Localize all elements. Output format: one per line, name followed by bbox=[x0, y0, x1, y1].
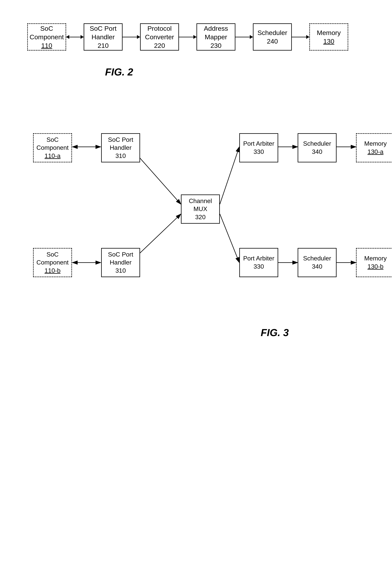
box-soc-port-handler-b: SoC Port Handler 310 bbox=[101, 248, 140, 277]
box-protocol-converter-line2: Converter bbox=[145, 33, 174, 41]
fig3-diagram: SoC Component 110-a SoC Port Handler 310… bbox=[27, 109, 377, 323]
arrow-right-1 bbox=[123, 37, 140, 37]
line2: 340 bbox=[312, 148, 322, 156]
line1: Channel bbox=[189, 197, 212, 205]
arrow-right-line-3 bbox=[235, 37, 253, 37]
box-address-mapper-line3: 230 bbox=[211, 41, 222, 50]
fig2-label: FIG. 2 bbox=[105, 66, 133, 78]
line2: Handler bbox=[110, 144, 131, 152]
arrow-bidi-1 bbox=[66, 37, 84, 37]
line3: 110-a bbox=[45, 152, 61, 160]
line1: Memory bbox=[364, 140, 387, 148]
box-soc-component-b: SoC Component 110-b bbox=[33, 248, 72, 277]
line2: 330 bbox=[253, 263, 264, 271]
line1: Memory bbox=[364, 254, 387, 263]
box-memory-130-line2: 130 bbox=[323, 37, 334, 46]
arrow-right-4 bbox=[292, 37, 309, 37]
box-port-arbiter-a: Port Arbiter 330 bbox=[239, 133, 278, 162]
box-scheduler-240-line2: 240 bbox=[267, 37, 278, 46]
line2: 130-a bbox=[367, 148, 383, 156]
box-protocol-converter-line3: 220 bbox=[154, 41, 165, 50]
fig3-section: SoC Component 110-a SoC Port Handler 310… bbox=[16, 101, 376, 338]
line3: 320 bbox=[195, 213, 205, 221]
box-memory-130: Memory 130 bbox=[309, 23, 348, 50]
line2: Component bbox=[36, 144, 68, 152]
line2: Component bbox=[36, 258, 68, 267]
box-soc-port-handler-line3: 210 bbox=[98, 41, 109, 50]
box-memory-130-line1: Memory bbox=[317, 28, 341, 37]
line1: Port Arbiter bbox=[243, 140, 274, 148]
box-soc-port-handler: SoC Port Handler 210 bbox=[84, 23, 123, 50]
arrow-right-line-4 bbox=[292, 37, 309, 37]
box-protocol-converter: Protocol Converter 220 bbox=[140, 23, 179, 50]
line3: 310 bbox=[115, 267, 126, 275]
box-scheduler-a: Scheduler 340 bbox=[298, 133, 337, 162]
box-soc-component-line3: 110 bbox=[41, 41, 52, 50]
line1: SoC Port bbox=[108, 251, 133, 259]
fig3-label: FIG. 3 bbox=[261, 327, 376, 338]
line1: Scheduler bbox=[303, 254, 331, 263]
arrow-right-line-2 bbox=[179, 37, 196, 37]
box-address-mapper-line1: Address bbox=[204, 24, 228, 33]
box-soc-component-a: SoC Component 110-a bbox=[33, 133, 72, 162]
fig2-diagram: SoC Component 110 SoC Port Handler 210 P… bbox=[27, 23, 348, 50]
box-soc-component-line1: SoC bbox=[40, 24, 53, 33]
line3: 110-b bbox=[45, 267, 61, 275]
arrow-right-line-1 bbox=[123, 37, 140, 37]
svg-line-7 bbox=[220, 214, 239, 263]
line2: MUX bbox=[193, 205, 207, 213]
box-protocol-converter-line1: Protocol bbox=[147, 24, 172, 33]
page-container: SoC Component 110 SoC Port Handler 210 P… bbox=[0, 0, 392, 572]
arrow-right-2 bbox=[179, 37, 196, 37]
box-soc-port-handler-line1: SoC Port bbox=[90, 24, 116, 33]
box-port-arbiter-b: Port Arbiter 330 bbox=[239, 248, 278, 277]
box-soc-component-line2: Component bbox=[30, 33, 64, 41]
box-memory-b: Memory 130-b bbox=[356, 248, 392, 277]
arrow-bidi-line-1 bbox=[66, 37, 84, 37]
line1: SoC bbox=[47, 251, 59, 259]
box-scheduler-240-line1: Scheduler bbox=[257, 28, 287, 37]
box-soc-component: SoC Component 110 bbox=[27, 23, 66, 50]
line1: Port Arbiter bbox=[243, 254, 274, 263]
line1: SoC Port bbox=[108, 136, 133, 144]
line2: 330 bbox=[253, 148, 264, 156]
box-soc-port-handler-a: SoC Port Handler 310 bbox=[101, 133, 140, 162]
line2: Handler bbox=[110, 258, 131, 267]
box-memory-a: Memory 130-a bbox=[356, 133, 392, 162]
line1: Scheduler bbox=[303, 140, 331, 148]
arrow-right-3 bbox=[235, 37, 253, 37]
line2: 130-b bbox=[367, 263, 383, 271]
svg-line-6 bbox=[220, 147, 239, 204]
box-scheduler-b: Scheduler 340 bbox=[298, 248, 337, 277]
box-channel-mux: Channel MUX 320 bbox=[181, 194, 220, 224]
fig2-section: SoC Component 110 SoC Port Handler 210 P… bbox=[16, 12, 376, 78]
line1: SoC bbox=[47, 136, 59, 144]
line3: 310 bbox=[115, 152, 126, 160]
line2: 340 bbox=[312, 263, 322, 271]
box-address-mapper: Address Mapper 230 bbox=[196, 23, 235, 50]
box-soc-port-handler-line2: Handler bbox=[91, 33, 114, 41]
box-scheduler-240: Scheduler 240 bbox=[253, 23, 292, 50]
box-address-mapper-line2: Mapper bbox=[205, 33, 227, 41]
